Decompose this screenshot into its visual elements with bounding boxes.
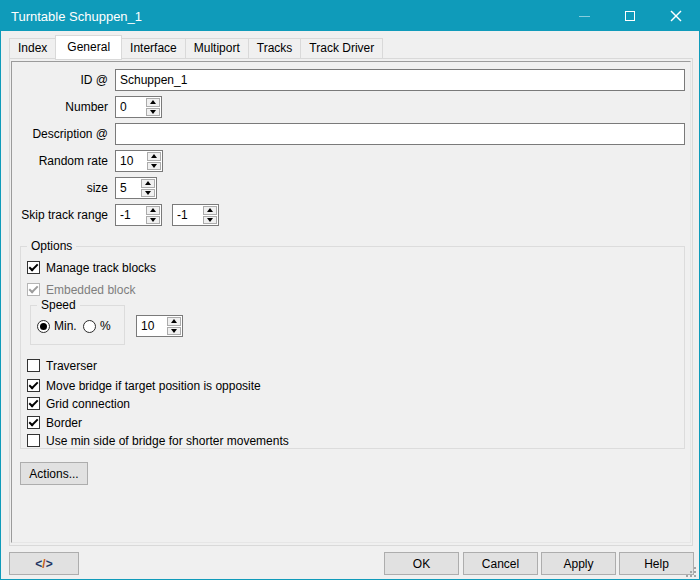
radio-circle [83, 320, 96, 333]
checkbox-box [27, 359, 40, 372]
down-arrow-icon [207, 218, 213, 222]
size-spinner[interactable] [115, 177, 157, 199]
up-arrow-icon [171, 319, 177, 323]
number-label: Number [12, 96, 108, 118]
close-icon [670, 10, 682, 22]
spin-down-button[interactable] [167, 327, 181, 336]
tab-interface[interactable]: Interface [121, 38, 186, 59]
checkbox-move-bridge[interactable]: Move bridge if target position is opposi… [27, 378, 261, 393]
checkbox-use-min-side[interactable]: Use min side of bridge for shorter movem… [27, 433, 289, 448]
up-arrow-icon [145, 181, 151, 185]
actions-button[interactable]: Actions... [20, 462, 88, 485]
ok-button[interactable]: OK [384, 552, 459, 575]
maximize-button[interactable] [607, 1, 653, 31]
tab-track-driver[interactable]: Track Driver [300, 38, 383, 59]
maximize-icon [625, 11, 635, 21]
skip-track-range-label: Skip track range [12, 204, 108, 226]
spin-up-button[interactable] [167, 317, 181, 326]
minimize-icon [579, 16, 590, 17]
spin-up-button[interactable] [203, 206, 217, 215]
checkbox-traverser[interactable]: Traverser [27, 358, 97, 373]
spin-down-button[interactable] [203, 216, 217, 225]
size-input[interactable] [116, 178, 140, 198]
tab-strip: Index General Interface Multiport Tracks… [9, 35, 382, 59]
checkbox-label: Grid connection [46, 397, 130, 411]
spin-up-button[interactable] [141, 179, 155, 188]
down-arrow-icon [150, 218, 156, 222]
tab-general[interactable]: General [55, 35, 122, 60]
checkbox-label: Embedded block [46, 283, 135, 297]
tab-multiport[interactable]: Multiport [185, 38, 249, 59]
checkbox-box [27, 434, 40, 447]
up-arrow-icon [150, 208, 156, 212]
tab-index[interactable]: Index [9, 38, 56, 59]
size-label: size [12, 177, 108, 199]
spin-down-button[interactable] [146, 108, 160, 117]
id-input[interactable] [115, 69, 685, 91]
description-input[interactable] [115, 123, 685, 145]
number-input[interactable] [116, 97, 145, 117]
help-button[interactable]: Help [619, 552, 694, 575]
random-rate-input[interactable] [116, 151, 146, 171]
checkbox-box [27, 261, 40, 274]
checkbox-embedded-block: Embedded block [27, 282, 135, 297]
down-arrow-icon [145, 191, 151, 195]
up-arrow-icon [150, 100, 156, 104]
speed-group-label: Speed [37, 298, 80, 313]
spin-down-button[interactable] [141, 189, 155, 198]
checkbox-label: Traverser [46, 359, 97, 373]
checkbox-grid-connection[interactable]: Grid connection [27, 396, 130, 411]
number-spinner[interactable] [115, 96, 162, 118]
down-arrow-icon [151, 164, 157, 168]
checkbox-box [27, 283, 40, 296]
spin-down-button[interactable] [147, 162, 161, 171]
spin-up-button[interactable] [147, 152, 161, 161]
code-lt: < [35, 557, 42, 571]
radio-label: % [100, 319, 111, 333]
resize-grip-icon [686, 567, 696, 577]
speed-input[interactable] [137, 316, 166, 336]
tab-page-general: ID @ Number Description @ Random rate [9, 58, 693, 546]
checkbox-box [27, 379, 40, 392]
radio-circle [37, 320, 50, 333]
checkbox-label: Border [46, 416, 82, 430]
skip-track-range-spinner-1[interactable] [115, 204, 162, 226]
titlebar[interactable]: Turntable Schuppen_1 [1, 1, 699, 31]
options-groupbox: Options Manage track blocks Embedded blo… [20, 246, 685, 449]
id-label: ID @ [12, 69, 108, 91]
checkbox-label: Move bridge if target position is opposi… [46, 379, 261, 393]
checkbox-box [27, 397, 40, 410]
down-arrow-icon [150, 110, 156, 114]
cancel-button[interactable]: Cancel [463, 552, 538, 575]
skip-track-range-input-2[interactable] [173, 205, 202, 225]
code-button[interactable]: </> [9, 552, 79, 575]
speed-spinner[interactable] [136, 315, 183, 337]
close-button[interactable] [653, 1, 699, 31]
checkbox-label: Manage track blocks [46, 261, 156, 275]
checkbox-border[interactable]: Border [27, 415, 82, 430]
skip-track-range-input-1[interactable] [116, 205, 145, 225]
random-rate-spinner[interactable] [115, 150, 163, 172]
options-group-label: Options [27, 239, 76, 254]
radio-label: Min. [54, 319, 77, 333]
window-title: Turntable Schuppen_1 [1, 9, 561, 24]
resize-grip[interactable] [686, 566, 696, 576]
tab-tracks[interactable]: Tracks [248, 38, 302, 59]
form-panel: ID @ Number Description @ Random rate [11, 61, 691, 543]
speed-groupbox: Speed Min. % [30, 305, 125, 345]
radio-speed-min[interactable]: Min. [37, 319, 77, 333]
random-rate-label: Random rate [12, 150, 108, 172]
down-arrow-icon [171, 329, 177, 333]
apply-button[interactable]: Apply [541, 552, 616, 575]
radio-speed-percent[interactable]: % [83, 319, 111, 333]
checkbox-box [27, 416, 40, 429]
checkbox-label: Use min side of bridge for shorter movem… [46, 434, 289, 448]
spin-up-button[interactable] [146, 98, 160, 107]
minimize-button [561, 1, 607, 31]
spin-down-button[interactable] [146, 216, 160, 225]
dialog-window: Turntable Schuppen_1 Index General Inter… [0, 0, 700, 580]
skip-track-range-spinner-2[interactable] [172, 204, 219, 226]
code-gt: > [46, 557, 53, 571]
checkbox-manage-track-blocks[interactable]: Manage track blocks [27, 260, 156, 275]
spin-up-button[interactable] [146, 206, 160, 215]
